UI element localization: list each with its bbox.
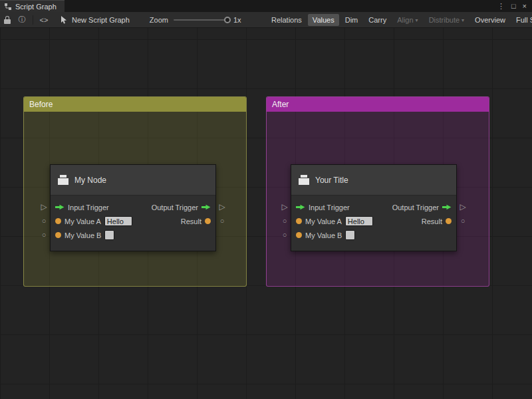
tab-label: Script Graph: [15, 3, 57, 11]
value-port-marker[interactable]: ○: [39, 229, 49, 240]
flow-output-icon[interactable]: [442, 204, 452, 210]
group-before-header[interactable]: Before: [24, 97, 246, 112]
values-button[interactable]: Values: [308, 14, 339, 26]
port-row-triggers: Input Trigger Output Trigger: [51, 200, 215, 214]
value-b-input[interactable]: [104, 230, 114, 240]
node-header[interactable]: My Node: [51, 165, 215, 196]
node-body: Input Trigger Output Trigger My Value A …: [291, 196, 456, 251]
info-icon[interactable]: ⓘ: [15, 12, 29, 27]
zoom-label: Zoom: [150, 16, 168, 24]
value-port-marker[interactable]: ○: [217, 215, 227, 226]
value-port-icon[interactable]: [296, 232, 302, 238]
port-label-input-trigger: Input Trigger: [68, 203, 109, 211]
dim-button[interactable]: Dim: [340, 14, 363, 26]
port-label-output-trigger: Output Trigger: [392, 203, 439, 211]
value-port-icon[interactable]: [296, 218, 302, 224]
zoom-control: Zoom 1x: [150, 16, 241, 24]
value-a-input[interactable]: [345, 216, 373, 226]
overview-button[interactable]: Overview: [470, 14, 510, 26]
port-label-result: Result: [181, 217, 201, 225]
port-row-value-b: My Value B: [291, 228, 456, 242]
node-your-title[interactable]: Your Title Input Trigger Output Trigger …: [291, 164, 457, 251]
code-icon[interactable]: <>: [37, 12, 51, 27]
chevron-down-icon: ▾: [462, 17, 464, 23]
flow-port-marker[interactable]: ▷: [458, 201, 467, 212]
value-port-marker[interactable]: ○: [280, 229, 289, 240]
port-label-value-a: My Value A: [65, 217, 101, 225]
port-label-input-trigger: Input Trigger: [309, 203, 350, 211]
flow-output-icon[interactable]: [201, 204, 211, 210]
align-button[interactable]: Align▾: [392, 14, 422, 26]
value-port-icon[interactable]: [446, 218, 452, 224]
lock-glyph: [4, 16, 11, 24]
node-title: Your Title: [315, 176, 348, 185]
port-row-value-a: My Value A Result: [291, 214, 456, 228]
toolbar: ⓘ <> New Script Graph Zoom 1x Relations …: [0, 12, 532, 28]
port-label-value-b: My Value B: [305, 231, 342, 239]
value-port-marker[interactable]: ○: [458, 215, 467, 226]
relations-button[interactable]: Relations: [267, 14, 307, 26]
flow-port-marker[interactable]: ▷: [280, 201, 289, 212]
node-header[interactable]: Your Title: [291, 165, 456, 196]
value-port-icon[interactable]: [55, 218, 61, 224]
script-graph-tab-icon: [4, 3, 12, 11]
node-body: Input Trigger Output Trigger My Value A …: [51, 196, 215, 251]
carry-button[interactable]: Carry: [364, 14, 391, 26]
chevron-down-icon: ▾: [416, 17, 418, 23]
group-after-header[interactable]: After: [267, 97, 489, 112]
port-label-result: Result: [422, 217, 442, 225]
value-port-marker[interactable]: ○: [280, 215, 289, 226]
graph-canvas[interactable]: Before After My Node Input Trigger Outpu…: [0, 28, 532, 399]
tab-script-graph[interactable]: Script Graph: [0, 0, 65, 12]
distribute-button[interactable]: Distribute▾: [424, 14, 469, 26]
maximize-icon[interactable]: □: [511, 2, 516, 10]
flow-input-icon[interactable]: [55, 204, 65, 210]
lock-icon[interactable]: [0, 12, 15, 27]
port-row-value-b: My Value B: [51, 228, 215, 242]
unit-icon: [299, 175, 309, 185]
full-screen-button[interactable]: Full Screen: [511, 14, 532, 26]
port-label-output-trigger: Output Trigger: [152, 203, 198, 211]
window-controls: ⋮ □ ×: [492, 0, 532, 12]
graph-name[interactable]: New Script Graph: [61, 16, 130, 24]
value-b-input[interactable]: [345, 230, 355, 240]
graph-name-label: New Script Graph: [72, 16, 130, 24]
zoom-value: 1x: [233, 16, 241, 24]
unit-icon: [58, 175, 68, 185]
port-label-value-a: My Value A: [305, 217, 342, 225]
flow-input-icon[interactable]: [296, 204, 305, 210]
port-row-value-a: My Value A Result: [51, 214, 215, 228]
distribute-label: Distribute: [429, 16, 460, 24]
value-port-marker[interactable]: ○: [39, 215, 49, 226]
zoom-slider[interactable]: [174, 19, 228, 21]
node-title: My Node: [74, 176, 106, 185]
port-label-value-b: My Value B: [65, 231, 101, 239]
toolbar-buttons: Relations Values Dim Carry Align▾ Distri…: [266, 12, 532, 27]
value-port-icon[interactable]: [205, 218, 211, 224]
window-menu-icon[interactable]: ⋮: [497, 2, 505, 11]
value-a-input[interactable]: [104, 216, 132, 226]
graph-cursor-icon: [61, 16, 68, 24]
flow-port-marker[interactable]: ▷: [217, 201, 227, 212]
zoom-slider-knob[interactable]: [224, 17, 231, 23]
toolbar-separator: [33, 15, 33, 25]
value-port-icon[interactable]: [55, 232, 61, 238]
flow-port-marker[interactable]: ▷: [39, 201, 49, 212]
align-label: Align: [397, 16, 413, 24]
node-my-node[interactable]: My Node Input Trigger Output Trigger My …: [50, 164, 216, 251]
port-row-triggers: Input Trigger Output Trigger: [291, 200, 456, 214]
close-icon[interactable]: ×: [523, 2, 527, 10]
titlebar: Script Graph ⋮ □ ×: [0, 0, 532, 12]
